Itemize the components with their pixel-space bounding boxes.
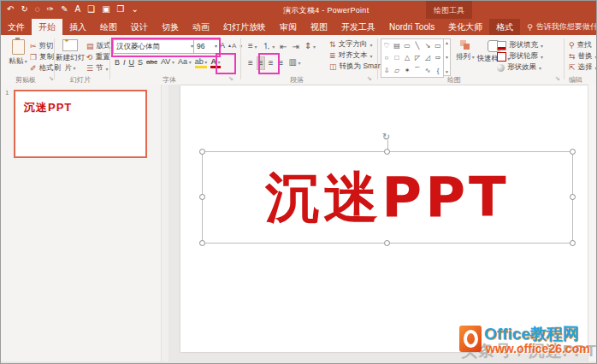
tab-file[interactable]: 文件 bbox=[1, 19, 32, 35]
slide-title-text[interactable]: 沉迷PPT bbox=[265, 161, 509, 235]
customize-qat-icon[interactable]: ⌄ bbox=[132, 3, 139, 15]
shape-fill-button[interactable]: 形状填充 bbox=[497, 40, 543, 50]
text-selection-box[interactable]: ↻ 沉迷PPT bbox=[202, 151, 573, 244]
align-center-button[interactable]: ≡ bbox=[257, 57, 264, 69]
tab-animations[interactable]: 动画 bbox=[186, 19, 216, 35]
pane-scrollbar[interactable] bbox=[161, 85, 168, 361]
italic-button[interactable]: I bbox=[123, 56, 126, 68]
ink-icon[interactable]: ✑ bbox=[47, 3, 54, 15]
tab-design[interactable]: 设计 bbox=[124, 19, 155, 35]
text-shadow-button[interactable]: S bbox=[138, 56, 143, 68]
resize-handle-mid-left[interactable] bbox=[199, 194, 205, 200]
resize-handle-bottom-left[interactable] bbox=[199, 240, 205, 246]
shape-effects-button[interactable]: 形状效果 bbox=[497, 62, 541, 73]
resize-handle-bottom-right[interactable] bbox=[570, 240, 576, 246]
reset-button[interactable]: ⟲ 重置 bbox=[86, 52, 110, 62]
dialog-launcher-icon[interactable]: ⇘ bbox=[367, 75, 372, 82]
save-icon[interactable]: ▣ bbox=[102, 3, 109, 15]
justify-button[interactable]: ≡ bbox=[278, 57, 285, 69]
lasso-icon[interactable]: ◌ bbox=[35, 3, 40, 15]
gallery-more-icon[interactable]: ▼ bbox=[445, 69, 449, 74]
shape-button[interactable]: ◸ bbox=[415, 52, 420, 63]
text-highlight-button[interactable]: ab bbox=[195, 56, 208, 68]
font-color-button[interactable]: A bbox=[210, 56, 220, 68]
align-text-button[interactable]: ≣ 对齐文本 bbox=[329, 50, 373, 61]
resize-handle-top-left[interactable] bbox=[199, 149, 205, 155]
shapes-gallery-scrollbar[interactable]: ▲ ▼ ▼ bbox=[443, 38, 451, 76]
font-size-combo[interactable]: 96▾ bbox=[193, 39, 221, 54]
align-right-button[interactable]: ≡ bbox=[268, 57, 275, 69]
text-direction-button[interactable]: ⇅ 文字方向 bbox=[329, 39, 373, 50]
paste-button[interactable]: 粘贴 bbox=[6, 39, 30, 67]
font-name-combo[interactable]: 汉仪菱心体简▾ bbox=[113, 39, 197, 54]
replace-button[interactable]: ⇆ 替换 bbox=[569, 51, 597, 62]
dialog-launcher-icon[interactable]: ⇘ bbox=[49, 75, 54, 82]
shape-button[interactable]: ▱ bbox=[394, 65, 399, 76]
resize-handle-top-center[interactable] bbox=[384, 149, 390, 155]
shape-button[interactable]: ↘ bbox=[425, 40, 431, 51]
shape-button[interactable]: ○ bbox=[385, 52, 389, 63]
grow-font-button[interactable]: A▲ bbox=[220, 41, 232, 50]
underline-button[interactable]: U bbox=[129, 56, 135, 68]
find-button[interactable]: ⚲ 查找 bbox=[569, 40, 592, 50]
shape-button[interactable]: ⇨ bbox=[435, 52, 441, 63]
tab-developer[interactable]: 开发工具 bbox=[334, 19, 382, 35]
bullets-button[interactable]: ≡ bbox=[247, 40, 258, 53]
slide-thumbnail[interactable]: 沉迷PPT bbox=[14, 90, 147, 158]
new-slide-button[interactable]: 新建幻灯片 bbox=[56, 39, 85, 73]
shrink-font-button[interactable]: A▼ bbox=[232, 42, 243, 50]
shape-button[interactable]: ⇩ bbox=[384, 65, 390, 76]
tab-meihua-dashi[interactable]: 美化大师 bbox=[441, 19, 489, 35]
select-button[interactable]: ⇱ 选择 bbox=[569, 62, 597, 73]
shape-button[interactable]: △ bbox=[405, 52, 410, 63]
tab-format[interactable]: 格式 bbox=[489, 19, 520, 35]
indent-decrease-button[interactable]: ⇤ bbox=[279, 41, 287, 53]
scroll-down-icon[interactable]: ▼ bbox=[445, 55, 449, 60]
rotate-handle-icon[interactable]: ↻ bbox=[382, 132, 390, 143]
line-spacing-button[interactable]: ⇕ bbox=[304, 40, 316, 53]
bold-button[interactable]: B bbox=[115, 56, 120, 68]
tab-transitions[interactable]: 切换 bbox=[155, 19, 186, 35]
character-spacing-button[interactable]: AV bbox=[161, 56, 174, 68]
shape-button[interactable]: ▤ bbox=[393, 40, 400, 51]
align-left-button[interactable]: ≡ bbox=[247, 57, 254, 69]
add-columns-button[interactable]: ▥ bbox=[287, 56, 301, 69]
shape-button[interactable]: ▭ bbox=[404, 40, 411, 51]
open-icon[interactable]: ❒ bbox=[117, 3, 125, 15]
pen-icon[interactable]: ✎ bbox=[61, 3, 68, 15]
vertical-scrollbar[interactable] bbox=[588, 85, 596, 361]
font-color-icon[interactable]: A bbox=[75, 3, 81, 15]
tab-view[interactable]: 视图 bbox=[304, 19, 334, 35]
cut-button[interactable]: ✂ 剪切 bbox=[30, 41, 54, 51]
callout-icon[interactable]: ❑ bbox=[87, 3, 95, 15]
tab-review[interactable]: 审阅 bbox=[273, 19, 304, 35]
tab-nordri-tools[interactable]: Nordri Tools bbox=[382, 19, 441, 35]
shape-button[interactable]: ◿ bbox=[425, 52, 430, 63]
resize-handle-mid-right[interactable] bbox=[570, 194, 576, 200]
shape-outline-button[interactable]: 形状轮廓 bbox=[497, 51, 543, 62]
undo-icon[interactable]: ↶ bbox=[7, 3, 14, 15]
dialog-launcher-icon[interactable]: ⇘ bbox=[228, 75, 233, 82]
strikethrough-button[interactable]: abc bbox=[146, 56, 157, 68]
shape-button[interactable]: □ bbox=[395, 52, 399, 63]
shape-button[interactable]: ♡ bbox=[383, 40, 389, 51]
resize-handle-top-right[interactable] bbox=[570, 149, 576, 155]
section-button[interactable]: ☰ 节 bbox=[86, 63, 109, 73]
numbering-button[interactable]: ⒈ bbox=[262, 40, 276, 53]
chevron-down-icon[interactable]: ▾ bbox=[215, 41, 217, 52]
slide-canvas[interactable]: ↻ 沉迷PPT bbox=[180, 85, 589, 352]
indent-increase-button[interactable]: ⇥ bbox=[292, 41, 300, 53]
resize-handle-bottom-center[interactable] bbox=[384, 240, 390, 246]
tab-insert[interactable]: 插入 bbox=[62, 19, 93, 35]
tab-home[interactable]: 开始 bbox=[32, 19, 62, 35]
tab-draw[interactable]: 绘图 bbox=[93, 19, 124, 35]
shape-button[interactable]: ▭ bbox=[434, 40, 441, 51]
arrange-button[interactable]: 排列 bbox=[454, 40, 476, 62]
redo-icon[interactable]: ↻ bbox=[21, 3, 27, 15]
layout-button[interactable]: ▤ 版式 bbox=[86, 41, 116, 51]
shape-button[interactable]: ╲ bbox=[416, 40, 420, 51]
tab-slideshow[interactable]: 幻灯片放映 bbox=[216, 19, 273, 35]
tell-me-box[interactable]: ⚲ 告诉我你想要做什么 bbox=[520, 19, 597, 35]
scroll-up-icon[interactable]: ▲ bbox=[445, 40, 449, 45]
change-case-button[interactable]: Aa bbox=[178, 56, 192, 68]
